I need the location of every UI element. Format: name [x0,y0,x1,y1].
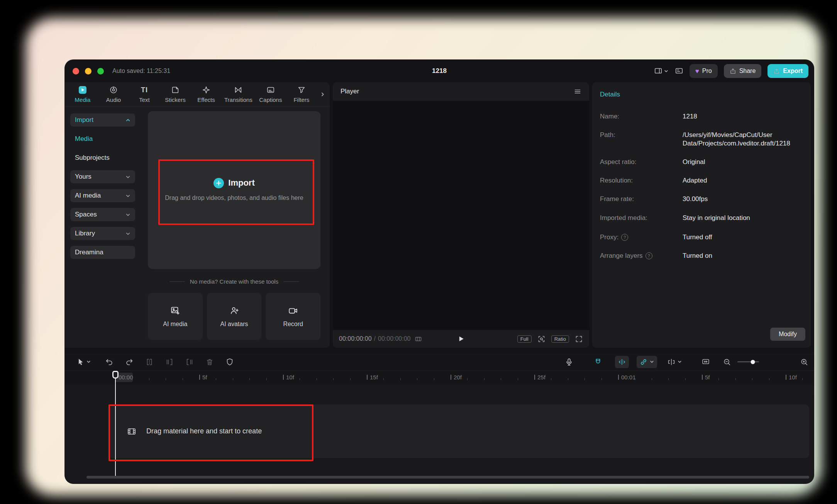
auto-snap-toggle[interactable] [615,356,629,368]
detail-row-path: Path: /Users/yif/Movies/CapCut/User Data… [600,131,803,148]
pro-button[interactable]: ♥ Pro [690,64,718,78]
record-icon [288,306,298,316]
tab-captions[interactable]: Captions [255,85,286,103]
ruler-tick-minor [266,378,267,380]
zoom-in-icon [800,358,808,366]
ruler-tick-major [618,375,619,380]
play-button[interactable] [457,335,465,343]
tab-filters[interactable]: Filters [286,85,317,103]
close-button[interactable] [73,68,79,74]
timeline-scrollbar[interactable] [86,476,809,479]
tab-stickers[interactable]: Stickers [160,85,191,103]
full-quality-badge[interactable]: Full [517,335,532,343]
detail-label: Frame rate: [600,195,634,203]
delete-left-button[interactable] [165,358,174,366]
mask-button[interactable] [225,358,234,366]
microphone-icon [565,358,573,366]
more-tabs-button[interactable] [317,83,328,105]
share-button[interactable]: Share [724,64,762,78]
fullscreen-button[interactable] [97,68,104,74]
record-card[interactable]: Record [266,293,320,340]
player-viewport [333,101,589,330]
info-icon[interactable] [646,252,652,259]
tab-effects[interactable]: Effects [191,85,222,103]
zoom-slider-knob[interactable] [751,360,755,364]
tab-label: Stickers [165,96,185,103]
layout-switch-button[interactable] [654,67,669,75]
frame-view-icon[interactable] [415,335,422,343]
detail-value: Original [683,158,803,166]
snap-icon [618,358,626,366]
link-selection-toggle[interactable] [637,356,657,368]
detail-row-imported-media: Imported media: Stay in original locatio… [600,214,803,222]
delete-right-icon [185,358,194,366]
modify-button[interactable]: Modify [770,328,805,341]
redo-button[interactable] [125,358,134,366]
ruler-tick-minor [317,378,317,380]
ratio-badge[interactable]: Ratio [551,335,569,343]
ruler-label: 20f [454,374,462,381]
tab-label: Transitions [224,96,252,103]
fit-timeline-button[interactable] [701,358,710,366]
ai-avatars-card[interactable]: AI avatars [207,293,262,340]
sidebar-item-media[interactable]: Media [70,132,135,145]
delete-button[interactable] [205,358,214,366]
chevron-down-icon [125,212,130,217]
ruler-tick-minor [166,378,166,380]
ruler-tick-major [283,375,284,380]
ruler-label: 10f [286,374,294,381]
ruler-tick-minor [752,378,752,380]
delete-right-button[interactable] [185,358,194,366]
tab-media[interactable]: Media [67,85,98,103]
timecode-total: 00:00:00:00 [378,335,411,342]
player-menu-button[interactable] [574,88,581,95]
panel-toggle-button[interactable] [675,67,683,75]
minimize-button[interactable] [85,68,91,74]
tab-text[interactable]: TI Text [129,85,160,103]
tab-audio[interactable]: Audio [98,85,129,103]
audio-icon [109,85,118,95]
playhead-handle[interactable] [112,371,119,379]
zoom-out-button[interactable] [723,358,731,366]
sidebar-item-subprojects[interactable]: Subprojects [70,151,135,164]
ruler-tick-minor [668,378,669,380]
sidebar-item-library[interactable]: Library [70,227,135,240]
zoom-slider[interactable] [737,361,759,362]
preview-axis-icon [667,358,676,366]
sidebar-item-ai-media[interactable]: AI media [70,189,135,202]
sidebar-item-spaces[interactable]: Spaces [70,208,135,221]
detail-value: Turned on [683,252,803,260]
select-tool-button[interactable] [76,358,91,366]
ruler-tick-minor [350,378,351,380]
chevron-down-icon [125,193,130,198]
detail-value: 1218 [683,112,803,121]
undo-button[interactable] [105,358,114,366]
export-button[interactable]: Export [768,64,808,78]
detail-row-resolution: Resolution: Adapted [600,176,803,185]
detail-label: Name: [600,112,619,121]
magnetic-track-toggle[interactable] [594,358,602,366]
sidebar-item-import[interactable]: Import [70,113,135,127]
ai-media-card[interactable]: AI media [148,293,203,340]
info-icon[interactable] [621,234,628,241]
ruler-tick-minor [518,378,518,380]
ruler-tick-minor [233,378,233,380]
timeline-ruler[interactable]: 00:005f10f15f20f25f00:015f10f [65,371,814,385]
player-controls: 00:00:00:00 / 00:00:00:00 Full Ratio [333,330,589,348]
ruler-tick-minor [183,378,183,380]
record-voiceover-button[interactable] [565,358,573,366]
zoom-in-button[interactable] [800,358,808,366]
detail-row-aspect-ratio: Aspect ratio: Original [600,158,803,166]
sidebar-item-dreamina[interactable]: Dreamina [70,246,135,259]
split-button[interactable] [145,358,154,366]
ruler-tick-minor [718,378,719,380]
ruler-tick-minor [802,378,803,380]
chevron-down-icon [86,359,91,364]
focus-frame-icon[interactable] [537,335,546,343]
annotation-rect-track [108,404,313,461]
sidebar-item-yours[interactable]: Yours [70,170,135,183]
expand-player-icon[interactable] [575,335,583,343]
tab-transitions[interactable]: Transitions [222,85,255,103]
preview-axis-button[interactable] [667,358,682,366]
ai-media-icon [170,306,180,316]
